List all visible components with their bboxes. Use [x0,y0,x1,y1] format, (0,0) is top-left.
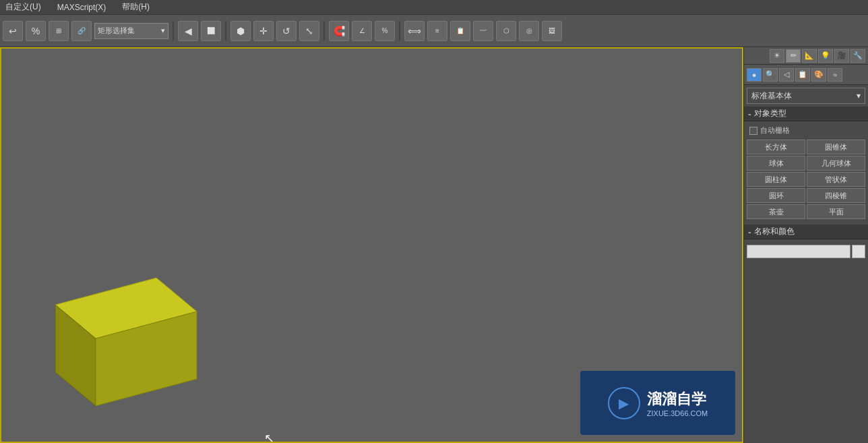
object-type-section-title: 对象类型 [754,108,786,119]
obj-btn-teapot[interactable]: 茶壶 [747,204,805,219]
obj-btn-box-label: 长方体 [765,142,787,152]
object-category-dropdown[interactable]: 标准基本体 ▾ [747,88,865,104]
named-sel-button[interactable]: ⊞ [49,21,69,41]
separator-4 [399,22,400,40]
panel-subicon-clipboard[interactable]: 📋 [795,68,810,82]
curve-editor-button[interactable]: 〰 [473,21,493,41]
watermark-subtitle: ZIXUE.3D66.COM [647,409,708,417]
right-panel: ☀ ✏ 📐 💡 🎥 🔧 ● 🔍 ◁ 📋 🎨 ≈ 标准基本体 ▾ - 对象类型 [743,47,868,443]
obj-btn-tube[interactable]: 管状体 [807,172,865,187]
object-category-arrow-icon: ▾ [857,91,861,100]
move-button[interactable]: ✛ [253,21,274,41]
menu-help[interactable]: 帮助(H) [119,0,152,14]
separator-2 [225,22,226,40]
menu-customize[interactable]: 自定义(U) [3,0,44,14]
obj-btn-sphere-label: 球体 [769,158,784,169]
mirror-button[interactable]: ⟺ [404,21,425,41]
panel-tab-row: ☀ ✏ 📐 💡 🎥 🔧 [744,47,868,65]
obj-btn-geosphere[interactable]: 几何球体 [807,156,865,171]
obj-btn-geosphere-label: 几何球体 [822,158,851,169]
toolbar: ↩ % ⊞ 🔗 矩形选择集 ▾ ◀ ⬜ ⬢ ✛ ↺ ⤡ 🧲 ∠ % ⟺ ≡ 📋 … [0,15,868,47]
panel-subicon-row: ● 🔍 ◁ 📋 🎨 ≈ [744,65,868,85]
color-swatch[interactable] [852,245,865,258]
percent-button[interactable]: % [26,21,46,41]
obj-btn-plane[interactable]: 平面 [807,204,865,219]
menu-bar: 自定义(U) MAXScript(X) 帮助(H) [0,0,868,15]
panel-tab-display[interactable]: 🎥 [834,49,849,63]
watermark-overlay: ▶ 溜溜自学 ZIXUE.3D66.COM [580,371,735,435]
3d-scene: ↖ ▶ 溜溜自学 ZIXUE.3D66.COM [1,49,742,442]
schematic-button[interactable]: ⬡ [496,21,516,41]
object-type-section-header[interactable]: - 对象类型 [744,107,868,121]
name-color-section-title: 名称和颜色 [754,226,795,237]
material-editor-button[interactable]: ◎ [519,21,539,41]
auto-grid-label: 自动栅格 [760,125,790,136]
obj-btn-plane-label: 平面 [829,207,844,217]
panel-tab-light[interactable]: ☀ [770,49,784,63]
panel-tab-utilities[interactable]: 🔧 [850,49,865,63]
object-category-label: 标准基本体 [751,90,792,102]
render-setup-button[interactable]: 🖼 [542,21,562,41]
name-color-section-header[interactable]: - 名称和颜色 [744,225,868,239]
obj-btn-pyramid[interactable]: 四棱锥 [807,188,865,203]
obj-btn-teapot-label: 茶壶 [769,207,784,217]
panel-subicon-back[interactable]: ◁ [779,68,794,82]
snap-button[interactable]: ⬜ [201,21,221,41]
undo-button[interactable]: ↩ [3,21,23,41]
angle-snap-button[interactable]: ∠ [352,21,372,41]
selection-dropdown[interactable]: 矩形选择集 ▾ [94,23,168,39]
obj-btn-cone-label: 圆锥体 [825,142,847,152]
obj-btn-sphere[interactable]: 球体 [747,156,805,171]
scale-button[interactable]: ⤡ [299,21,319,41]
main-content: ↖ ▶ 溜溜自学 ZIXUE.3D66.COM ☀ ✏ 📐 💡 🎥 🔧 ● [0,47,868,443]
link-button[interactable]: 🔗 [71,21,92,41]
obj-btn-cylinder-label: 圆柱体 [765,175,787,185]
percent-snap-button[interactable]: % [375,21,395,41]
panel-tab-hierarchy[interactable]: 📐 [802,49,817,63]
panel-tab-motion[interactable]: 💡 [818,49,833,63]
name-section-collapse-icon: - [748,227,751,237]
3d-box-svg [15,251,230,419]
prev-key-button[interactable]: ◀ [178,21,198,41]
panel-subicon-search[interactable]: 🔍 [763,68,778,82]
cursor-arrow-icon: ↖ [264,432,274,443]
snap-toggle-button[interactable]: 🧲 [329,21,349,41]
watermark-text: 溜溜自学 ZIXUE.3D66.COM [647,389,708,417]
select-button[interactable]: ⬢ [230,21,251,41]
obj-btn-torus[interactable]: 圆环 [747,188,805,203]
watermark-title: 溜溜自学 [647,389,708,409]
section-collapse-icon: - [748,109,751,119]
obj-btn-tube-label: 管状体 [825,175,847,185]
panel-tab-modify[interactable]: ✏ [786,49,801,63]
watermark-play-icon: ▶ [608,387,640,419]
align-button[interactable]: ≡ [427,21,447,41]
layer-button[interactable]: 📋 [450,21,470,41]
separator-1 [173,22,174,40]
obj-btn-pyramid-label: 四棱锥 [825,191,847,201]
panel-subicon-paint[interactable]: 🎨 [811,68,826,82]
object-type-content: 自动栅格 长方体 圆锥体 球体 几何球体 圆柱体 管状 [744,121,868,222]
separator-3 [323,22,325,40]
selection-dropdown-label: 矩形选择集 [98,26,135,36]
menu-maxscript[interactable]: MAXScript(X) [55,1,109,13]
obj-btn-cylinder[interactable]: 圆柱体 [747,172,805,187]
auto-grid-checkbox[interactable] [749,127,757,135]
obj-btn-box[interactable]: 长方体 [747,140,805,154]
panel-subicon-sphere[interactable]: ● [747,68,762,82]
viewport[interactable]: ↖ ▶ 溜溜自学 ZIXUE.3D66.COM [0,47,743,443]
panel-subicon-wave[interactable]: ≈ [828,68,842,82]
name-input-row [747,245,865,258]
obj-btn-cone[interactable]: 圆锥体 [807,140,865,154]
obj-btn-torus-label: 圆环 [769,191,784,201]
object-name-input[interactable] [747,245,850,258]
auto-grid-row: 自动栅格 [747,124,865,137]
object-type-grid: 长方体 圆锥体 球体 几何球体 圆柱体 管状体 圆环 [747,140,865,219]
rotate-button[interactable]: ↺ [276,21,297,41]
name-color-content [744,239,868,261]
dropdown-arrow-icon: ▾ [161,26,165,35]
